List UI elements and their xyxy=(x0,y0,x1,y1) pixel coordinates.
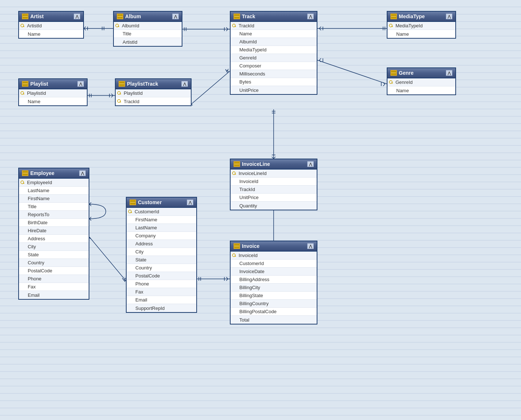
collapse-btn-invoiceline[interactable]: ⋀ xyxy=(307,161,314,167)
table-row-invoiceline-4: Quantity xyxy=(231,202,317,210)
field-name-employee-5: BirthDate xyxy=(28,220,47,225)
table-row-employee-11: PostalCode xyxy=(19,267,89,275)
table-header-album[interactable]: Album⋀ xyxy=(114,12,182,22)
table-row-invoiceline-3: UnitPrice xyxy=(231,194,317,202)
table-header-employee[interactable]: Employee⋀ xyxy=(19,168,89,179)
table-row-track-0: TrackId xyxy=(231,22,317,30)
collapse-btn-customer[interactable]: ⋀ xyxy=(187,199,193,205)
field-name-customer-5: City xyxy=(135,249,143,254)
field-name-customer-11: Email xyxy=(135,297,147,303)
table-customer: Customer⋀CustomerIdFirstNameLastNameComp… xyxy=(126,197,197,313)
table-genre: Genre⋀GenreIdName xyxy=(387,67,456,95)
table-header-track[interactable]: Track⋀ xyxy=(231,12,317,22)
table-header-mediatype[interactable]: MediaType⋀ xyxy=(387,12,455,22)
table-row-track-1: Name xyxy=(231,30,317,38)
table-row-employee-1: LastName xyxy=(19,187,89,195)
field-name-track-2: AlbumId xyxy=(239,39,257,44)
table-title-playlist: Playlist xyxy=(30,81,48,87)
collapse-btn-playlist[interactable]: ⋀ xyxy=(77,81,84,87)
table-title-invoice: Invoice xyxy=(242,243,259,249)
field-name-invoice-8: Total xyxy=(239,317,249,323)
table-header-artist[interactable]: Artist⋀ xyxy=(19,12,83,22)
collapse-btn-employee[interactable]: ⋀ xyxy=(79,170,86,176)
table-icon-genre xyxy=(390,70,397,76)
field-name-mediatype-0: MediaTypeId xyxy=(395,23,422,28)
svg-rect-90 xyxy=(391,72,396,74)
table-row-playlist-0: PlaylistId xyxy=(19,89,87,97)
svg-rect-96 xyxy=(23,83,28,85)
table-header-invoice[interactable]: Invoice⋀ xyxy=(231,241,317,252)
svg-rect-95 xyxy=(23,82,28,83)
svg-rect-75 xyxy=(118,26,119,27)
table-row-album-0: AlbumId xyxy=(114,22,182,30)
svg-line-27 xyxy=(111,96,113,97)
table-row-employee-6: HireDate xyxy=(19,227,89,235)
svg-rect-97 xyxy=(23,85,28,86)
table-header-invoiceline[interactable]: InvoiceLine⋀ xyxy=(231,159,317,170)
svg-rect-118 xyxy=(234,247,239,248)
table-row-customer-1: FirstName xyxy=(127,216,196,224)
table-invoiceline: InvoiceLine⋀InvoiceLineIdInvoiceIdTrackI… xyxy=(230,159,317,210)
table-row-artist-1: Name xyxy=(19,30,83,38)
field-name-employee-0: EmployeeId xyxy=(27,180,52,185)
svg-rect-112 xyxy=(234,165,239,166)
svg-line-61 xyxy=(89,202,91,204)
table-row-customer-8: PostalCode xyxy=(127,272,196,280)
table-icon-playlist xyxy=(22,81,28,87)
collapse-btn-invoice[interactable]: ⋀ xyxy=(307,243,314,249)
svg-line-18 xyxy=(317,60,387,84)
table-icon-mediatype xyxy=(390,13,397,19)
collapse-btn-artist[interactable]: ⋀ xyxy=(74,13,80,19)
table-row-invoiceline-0: InvoiceLineId xyxy=(231,170,317,178)
svg-rect-109 xyxy=(120,102,121,102)
collapse-btn-genre[interactable]: ⋀ xyxy=(446,70,452,76)
table-row-invoice-7: BillingPostalCode xyxy=(231,308,317,316)
table-row-invoice-5: BillingState xyxy=(231,292,317,300)
field-name-invoice-7: BillingPostalCode xyxy=(239,309,277,314)
svg-rect-105 xyxy=(120,93,120,94)
table-playlisttrack: PlaylistTrack⋀PlaylistIdTrackId xyxy=(115,78,192,106)
collapse-btn-track[interactable]: ⋀ xyxy=(307,13,314,19)
svg-rect-101 xyxy=(119,82,124,83)
field-name-invoice-4: BillingCity xyxy=(239,285,260,290)
field-name-employee-4: ReportsTo xyxy=(28,212,49,217)
field-name-invoiceline-1: InvoiceId xyxy=(239,179,258,184)
table-header-playlist[interactable]: Playlist⋀ xyxy=(19,79,87,89)
svg-rect-121 xyxy=(235,256,236,257)
svg-rect-120 xyxy=(235,256,235,257)
field-name-employee-3: Title xyxy=(28,204,36,209)
collapse-btn-mediatype[interactable]: ⋀ xyxy=(446,13,452,19)
field-name-invoice-3: BillingAddress xyxy=(239,277,269,282)
table-header-customer[interactable]: Customer⋀ xyxy=(127,198,196,208)
table-title-playlisttrack: PlaylistTrack xyxy=(127,81,158,87)
field-name-customer-3: Company xyxy=(135,233,156,238)
field-name-album-0: AlbumId xyxy=(122,23,139,28)
field-name-invoiceline-0: InvoiceLineId xyxy=(239,171,267,176)
table-icon-album xyxy=(117,13,123,19)
svg-rect-133 xyxy=(131,212,132,213)
svg-rect-130 xyxy=(130,203,135,205)
collapse-btn-playlisttrack[interactable]: ⋀ xyxy=(181,81,188,87)
table-row-customer-5: City xyxy=(127,248,196,256)
svg-rect-103 xyxy=(119,85,124,86)
table-row-track-6: Milliseconds xyxy=(231,70,317,78)
pk-icon-artist-0 xyxy=(20,23,26,28)
collapse-btn-album[interactable]: ⋀ xyxy=(172,13,179,19)
svg-rect-99 xyxy=(23,93,24,94)
table-icon-customer xyxy=(130,199,136,205)
table-row-employee-3: Title xyxy=(19,203,89,211)
field-name-invoiceline-2: TrackId xyxy=(239,187,255,192)
field-name-customer-6: State xyxy=(135,257,146,262)
field-name-playlisttrack-0: PlaylistId xyxy=(124,90,143,96)
svg-rect-69 xyxy=(23,26,24,27)
field-name-customer-10: Fax xyxy=(135,289,143,295)
pk-icon-album-0 xyxy=(115,23,120,28)
svg-line-8 xyxy=(226,29,228,31)
field-name-playlist-0: PlaylistId xyxy=(27,90,46,96)
table-mediatype: MediaType⋀MediaTypeIdName xyxy=(387,11,456,39)
table-header-genre[interactable]: Genre⋀ xyxy=(387,68,455,78)
table-header-playlisttrack[interactable]: PlaylistTrack⋀ xyxy=(116,79,191,89)
table-title-album: Album xyxy=(125,13,141,19)
table-title-mediatype: MediaType xyxy=(399,13,425,19)
svg-rect-76 xyxy=(119,26,119,27)
